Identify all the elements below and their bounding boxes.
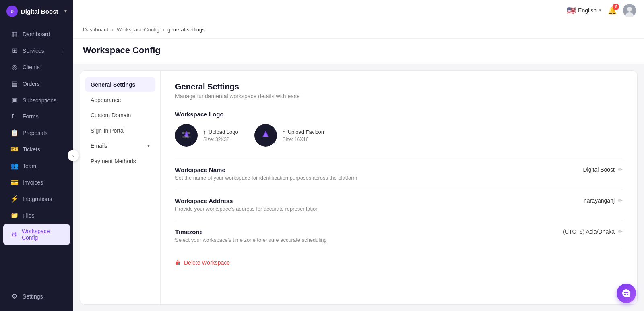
upload-logo-button[interactable]: ↑ Upload Logo — [203, 129, 238, 135]
sidebar-collapse-button[interactable]: ‹ — [68, 150, 79, 161]
services-chevron-icon: › — [61, 48, 63, 53]
workspace-address-row: Workspace Address Provide your workspace… — [175, 189, 623, 220]
upload-favicon-icon: ↑ — [283, 129, 285, 135]
content-area: Dashboard › Workspace Config › general-s… — [73, 21, 644, 311]
timezone-desc: Select your workspace's time zone to ens… — [175, 237, 417, 243]
breadcrumb-current: general-settings — [167, 27, 205, 33]
topbar: 🇺🇸 English ▾ 🔔 2 — [73, 0, 644, 21]
orders-icon: ▤ — [10, 80, 19, 87]
timezone-row: Timezone Select your workspace's time zo… — [175, 220, 623, 251]
ws-nav-custom-domain[interactable]: Custom Domain — [85, 108, 155, 122]
upload-logo-label: Upload Logo — [208, 129, 238, 135]
ws-section-subtitle: Manage fundamental workspace details wit… — [175, 93, 623, 100]
ws-nav-emails[interactable]: Emails ▾ — [85, 139, 155, 153]
upload-favicon-item: ↑ Upload Favicon Size: 16X16 — [254, 124, 324, 147]
sidebar-label-integrations: Integrations — [23, 196, 52, 202]
sidebar-brand[interactable]: D Digital Boost ▾ — [0, 0, 73, 23]
timezone-edit-icon[interactable]: ✏ — [618, 228, 623, 235]
sidebar-bottom: ⚙ Settings — [0, 284, 73, 311]
settings-icon: ⚙ — [10, 292, 19, 300]
sidebar-item-proposals[interactable]: 📋 Proposals — [3, 125, 70, 141]
workspace-address-desc: Provide your workspace's address for acc… — [175, 206, 417, 212]
ws-nav-sign-in-portal[interactable]: Sign-In Portal — [85, 123, 155, 138]
delete-workspace-button[interactable]: 🗑 Delete Workspace — [175, 259, 623, 266]
sidebar-item-integrations[interactable]: ⚡ Integrations — [3, 191, 70, 207]
chat-bubble-button[interactable] — [617, 284, 636, 303]
sidebar-item-settings[interactable]: ⚙ Settings — [3, 288, 70, 304]
workspace-address-edit-icon[interactable]: ✏ — [618, 197, 623, 204]
sidebar-item-team[interactable]: 👥 Team — [3, 158, 70, 174]
ws-nav-appearance-label: Appearance — [91, 97, 121, 103]
brand-name: Digital Boost — [21, 8, 61, 15]
logo-section: Workspace Logo digital boost — [175, 111, 623, 147]
ws-nav-appearance[interactable]: Appearance — [85, 93, 155, 107]
workspace-address-label: Workspace Address — [175, 197, 417, 204]
workspace-address-value: narayanganj ✏ — [584, 197, 623, 204]
ws-nav-payment-methods[interactable]: Payment Methods — [85, 154, 155, 168]
sidebar-item-files[interactable]: 📁 Files — [3, 207, 70, 223]
ws-nav-emails-label: Emails — [91, 143, 107, 149]
integrations-icon: ⚡ — [10, 195, 19, 203]
sidebar-item-services[interactable]: ⊞ Services › — [3, 43, 70, 58]
sidebar-label-team: Team — [23, 163, 36, 169]
svg-text:D: D — [10, 9, 13, 14]
breadcrumb-dashboard[interactable]: Dashboard — [83, 27, 109, 33]
ws-nav-general-settings-label: General Settings — [91, 81, 135, 88]
ws-section-title: General Settings — [175, 82, 623, 91]
sidebar-label-workspace-config: Workspace Config — [22, 228, 63, 241]
workspace-name-edit-icon[interactable]: ✏ — [618, 166, 623, 173]
breadcrumb-sep-2: › — [163, 27, 164, 33]
language-chevron-icon: ▾ — [599, 8, 601, 13]
clients-icon: ◎ — [10, 63, 19, 71]
notification-badge: 2 — [613, 4, 619, 10]
delete-workspace-label: Delete Workspace — [184, 259, 230, 266]
timezone-label: Timezone — [175, 228, 417, 235]
ws-nav-general-settings[interactable]: General Settings — [85, 77, 155, 92]
sidebar-item-forms[interactable]: 🗒 Forms — [3, 109, 70, 124]
sidebar-label-dashboard: Dashboard — [23, 31, 50, 37]
sidebar-item-workspace-config[interactable]: ⚙ Workspace Config — [3, 224, 70, 245]
sidebar-label-settings: Settings — [23, 293, 43, 300]
sidebar-item-dashboard[interactable]: ▦ Dashboard — [3, 26, 70, 42]
subscriptions-icon: ▣ — [10, 96, 19, 104]
sidebar: D Digital Boost ▾ ▦ Dashboard ⊞ Services… — [0, 0, 73, 311]
svg-point-3 — [627, 7, 632, 12]
logo-section-label: Workspace Logo — [175, 111, 623, 118]
sidebar-item-invoices[interactable]: 💳 Invoices — [3, 174, 70, 190]
dashboard-icon: ▦ — [10, 30, 19, 38]
brand-chevron-icon: ▾ — [64, 8, 67, 14]
page-header: Workspace Config — [73, 39, 644, 64]
timezone-value: (UTC+6) Asia/Dhaka ✏ — [563, 228, 623, 235]
favicon-preview — [254, 124, 277, 147]
favicon-size-label: Size: 16X16 — [283, 137, 324, 142]
logo-size-label: Size: 32X32 — [203, 137, 238, 142]
sidebar-item-subscriptions[interactable]: ▣ Subscriptions — [3, 92, 70, 108]
language-selector[interactable]: 🇺🇸 English ▾ — [567, 6, 601, 15]
ws-nav-sign-in-portal-label: Sign-In Portal — [91, 127, 125, 134]
workspace-config-layout: General Settings Appearance Custom Domai… — [80, 70, 638, 305]
upload-logo-item: digital boost ↑ Upload Logo — [175, 124, 238, 147]
services-icon: ⊞ — [10, 47, 19, 54]
main-content: 🇺🇸 English ▾ 🔔 2 Dashboard › Workspace C… — [73, 0, 644, 311]
sidebar-label-orders: Orders — [23, 81, 40, 87]
upload-favicon-button[interactable]: ↑ Upload Favicon — [283, 129, 324, 135]
delete-workspace-row: 🗑 Delete Workspace — [175, 251, 623, 274]
workspace-name-text: Digital Boost — [583, 166, 615, 173]
timezone-info: Timezone Select your workspace's time zo… — [175, 228, 417, 243]
sidebar-item-clients[interactable]: ◎ Clients — [3, 59, 70, 75]
breadcrumb-workspace-config[interactable]: Workspace Config — [117, 27, 159, 33]
files-icon: 📁 — [10, 211, 19, 219]
sidebar-label-clients: Clients — [23, 64, 40, 70]
notification-button[interactable]: 🔔 2 — [608, 6, 617, 15]
workspace-name-value: Digital Boost ✏ — [583, 166, 623, 173]
ws-nav-custom-domain-label: Custom Domain — [91, 112, 131, 118]
sidebar-item-orders[interactable]: ▤ Orders — [3, 76, 70, 91]
ws-content-panel: General Settings Manage fundamental work… — [161, 71, 637, 304]
proposals-icon: 📋 — [10, 129, 19, 137]
user-avatar[interactable] — [623, 4, 636, 17]
flag-icon: 🇺🇸 — [567, 6, 576, 15]
delete-workspace-icon: 🗑 — [175, 259, 181, 266]
ws-sidenav: General Settings Appearance Custom Domai… — [80, 71, 161, 304]
sidebar-item-tickets[interactable]: 🎫 Tickets — [3, 141, 70, 157]
workspace-address-info: Workspace Address Provide your workspace… — [175, 197, 417, 212]
